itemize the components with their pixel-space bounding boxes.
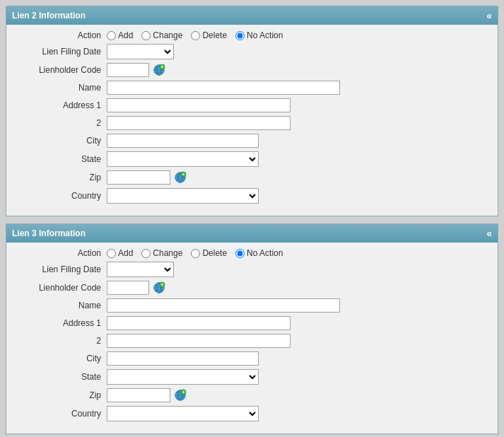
lien3-code-input[interactable] xyxy=(107,281,149,295)
lien3-radio-add-label: Add xyxy=(118,248,133,258)
lien2-state-select[interactable] xyxy=(107,151,259,167)
lien2-radio-noaction[interactable]: No Action xyxy=(235,30,283,40)
lien3-country-label: Country xyxy=(15,409,107,419)
lien2-action-row: Action Add Change Delete No Action xyxy=(15,30,489,40)
lien2-address1-row: Address 1 xyxy=(15,98,489,112)
lien3-title: Lien 3 Information xyxy=(12,228,86,238)
lien3-zip-label: Zip xyxy=(15,390,107,400)
lien2-code-globe-icon[interactable] xyxy=(152,63,166,77)
lien3-country-row: Country xyxy=(15,406,489,421)
lien2-name-input[interactable] xyxy=(107,81,340,95)
lien2-zip-label: Zip xyxy=(15,173,107,182)
lien2-zip-globe-icon[interactable] xyxy=(173,170,187,185)
lien2-address2-label: 2 xyxy=(15,118,107,128)
lien3-name-label: Name xyxy=(15,301,107,310)
lien3-city-row: City xyxy=(15,351,489,366)
lien3-radio-delete[interactable]: Delete xyxy=(191,248,227,258)
lien2-address2-input[interactable] xyxy=(107,116,291,130)
lien2-name-label: Name xyxy=(15,83,107,93)
lien2-radio-add-input[interactable] xyxy=(107,31,116,40)
lien2-radio-add[interactable]: Add xyxy=(107,30,133,40)
lien2-address1-label: Address 1 xyxy=(15,100,107,110)
lien2-body: Action Add Change Delete No Action xyxy=(6,25,498,216)
lien3-header: Lien 3 Information « xyxy=(6,224,498,243)
lien3-radio-change-input[interactable] xyxy=(141,249,151,258)
lien2-filing-date-label: Lien Filing Date xyxy=(15,47,107,57)
lien3-state-row: State xyxy=(15,369,489,385)
lien2-radio-add-label: Add xyxy=(118,30,133,40)
lien2-radio-delete-label: Delete xyxy=(202,30,227,40)
lien3-state-select[interactable] xyxy=(107,369,259,385)
lien3-radio-noaction-input[interactable] xyxy=(235,249,245,258)
lien2-filing-date-select[interactable] xyxy=(107,44,174,59)
lien3-action-row: Action Add Change Delete No Action xyxy=(15,248,489,258)
lien3-address1-row: Address 1 xyxy=(15,316,489,330)
lien3-address2-input[interactable] xyxy=(107,334,291,348)
lien3-radio-noaction-label: No Action xyxy=(247,248,283,258)
lien2-country-select[interactable] xyxy=(107,188,259,204)
lien2-action-label: Action xyxy=(15,30,107,40)
lien2-zip-input[interactable] xyxy=(107,170,170,185)
lien3-city-input[interactable] xyxy=(107,351,259,366)
lien2-zip-row: Zip xyxy=(15,170,489,185)
lien2-country-row: Country xyxy=(15,188,489,204)
lien2-radio-group: Add Change Delete No Action xyxy=(107,30,283,40)
lien3-action-label: Action xyxy=(15,248,107,258)
lien3-radio-change-label: Change xyxy=(153,248,182,258)
lien3-radio-noaction[interactable]: No Action xyxy=(235,248,283,258)
lien2-address2-row: 2 xyxy=(15,116,489,130)
lien3-filing-date-select[interactable] xyxy=(107,262,174,277)
lien2-city-row: City xyxy=(15,134,489,148)
lien3-code-label: Lienholder Code xyxy=(15,283,107,293)
lien3-radio-delete-input[interactable] xyxy=(191,249,200,258)
lien2-code-row: Lienholder Code xyxy=(15,63,489,77)
lien2-filing-date-row: Lien Filing Date xyxy=(15,44,489,59)
lien3-name-row: Name xyxy=(15,298,489,313)
lien2-radio-change[interactable]: Change xyxy=(141,30,182,40)
lien2-country-label: Country xyxy=(15,191,107,201)
lien3-zip-input[interactable] xyxy=(107,388,170,402)
lien3-collapse-icon[interactable]: « xyxy=(486,228,492,239)
lien2-name-row: Name xyxy=(15,81,489,95)
lien3-body: Action Add Change Delete No Action xyxy=(6,243,498,433)
lien2-radio-noaction-label: No Action xyxy=(247,30,283,40)
lien3-address1-input[interactable] xyxy=(107,316,291,330)
lien2-address1-input[interactable] xyxy=(107,98,291,112)
lien3-address2-row: 2 xyxy=(15,334,489,348)
lien2-radio-change-label: Change xyxy=(153,30,182,40)
lien2-radio-change-input[interactable] xyxy=(141,31,151,40)
lien2-state-label: State xyxy=(15,154,107,164)
lien3-radio-delete-label: Delete xyxy=(202,248,227,258)
lien2-collapse-icon[interactable]: « xyxy=(486,10,492,21)
lien3-radio-add[interactable]: Add xyxy=(107,248,133,258)
lien2-panel: Lien 2 Information « Action Add Change D… xyxy=(6,6,498,216)
lien2-city-label: City xyxy=(15,136,107,146)
lien3-zip-globe-icon[interactable] xyxy=(173,388,187,402)
lien2-radio-noaction-input[interactable] xyxy=(235,31,245,40)
lien2-state-row: State xyxy=(15,151,489,167)
lien3-radio-group: Add Change Delete No Action xyxy=(107,248,283,258)
lien3-city-label: City xyxy=(15,354,107,363)
lien3-filing-date-label: Lien Filing Date xyxy=(15,264,107,274)
lien2-radio-delete-input[interactable] xyxy=(191,31,200,40)
lien3-radio-change[interactable]: Change xyxy=(141,248,182,258)
lien3-panel: Lien 3 Information « Action Add Change D… xyxy=(6,223,498,434)
lien2-code-label: Lienholder Code xyxy=(15,65,107,75)
lien2-radio-delete[interactable]: Delete xyxy=(191,30,227,40)
lien3-address2-label: 2 xyxy=(15,336,107,346)
lien2-city-input[interactable] xyxy=(107,134,259,148)
lien2-code-input[interactable] xyxy=(107,63,149,77)
lien3-address1-label: Address 1 xyxy=(15,318,107,328)
lien2-header: Lien 2 Information « xyxy=(6,6,498,25)
lien2-title: Lien 2 Information xyxy=(12,11,86,21)
lien3-code-row: Lienholder Code xyxy=(15,281,489,295)
lien3-zip-row: Zip xyxy=(15,388,489,402)
lien3-state-label: State xyxy=(15,372,107,382)
lien3-name-input[interactable] xyxy=(107,298,340,313)
lien3-code-globe-icon[interactable] xyxy=(152,281,166,295)
lien3-filing-date-row: Lien Filing Date xyxy=(15,262,489,277)
lien3-radio-add-input[interactable] xyxy=(107,249,116,258)
lien3-country-select[interactable] xyxy=(107,406,259,421)
